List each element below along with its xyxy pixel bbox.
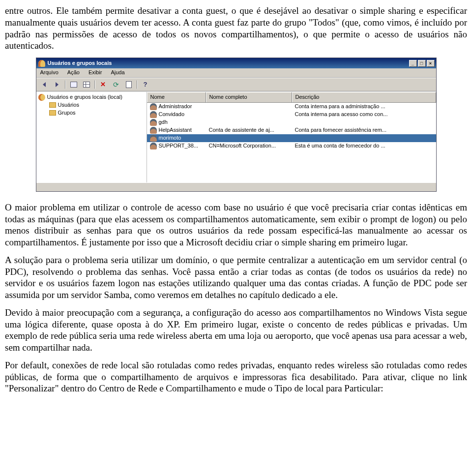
menu-ajuda[interactable]: Ajuda xyxy=(111,69,124,76)
folder-icon xyxy=(49,102,56,108)
separator-icon xyxy=(65,80,66,89)
folder-icon xyxy=(49,110,56,116)
user-name: Administrador xyxy=(159,103,192,110)
doc-icon xyxy=(126,81,132,88)
user-name: morimoto xyxy=(159,135,181,142)
column-descricao[interactable]: Descrição xyxy=(292,92,436,102)
paragraph-3: A solução para o problema seria utilizar… xyxy=(5,254,467,301)
cell-nome-completo xyxy=(206,111,292,119)
cell-nome: HelpAssistant xyxy=(147,126,206,134)
user-name: HelpAssistant xyxy=(159,127,192,134)
minimize-button[interactable]: _ xyxy=(409,60,417,67)
cell-nome-completo: CN=Microsoft Corporation... xyxy=(206,142,292,150)
user-icon xyxy=(150,111,157,118)
arrow-right-icon xyxy=(56,82,59,87)
forward-button[interactable] xyxy=(52,80,62,89)
separator-icon xyxy=(137,80,138,89)
cell-descricao xyxy=(292,119,436,126)
cell-nome-completo: Conta de assistente de aj... xyxy=(206,126,292,134)
cell-nome: SUPPORT_38... xyxy=(147,142,206,150)
user-icon xyxy=(150,127,157,134)
paragraph-5: Por default, conexões de rede local são … xyxy=(5,359,467,394)
paragraph-4: Devido à maior preocupação com a seguran… xyxy=(5,307,467,354)
delete-button[interactable]: ✕ xyxy=(98,80,108,89)
menu-bar: Arquivo Ação Exibir Ajuda xyxy=(36,68,436,78)
table-row[interactable]: ConvidadoConta interna para acesso como … xyxy=(147,111,436,119)
properties-button[interactable] xyxy=(124,80,134,89)
cell-nome: Administrador xyxy=(147,103,206,111)
cell-nome-completo xyxy=(206,134,292,142)
tree-item-label: Usuários xyxy=(58,102,79,109)
cell-nome-completo xyxy=(206,103,292,111)
menu-exibir[interactable]: Exibir xyxy=(88,69,102,76)
users-group-icon xyxy=(38,60,45,67)
help-icon: ? xyxy=(144,81,148,89)
user-icon xyxy=(150,135,157,142)
cell-descricao: Esta é uma conta de fornecedor do ... xyxy=(292,142,436,150)
toolbar: ✕ ⟳ ? xyxy=(36,78,436,91)
table-row[interactable]: SUPPORT_38...CN=Microsoft Corporation...… xyxy=(147,142,436,150)
tree-item-usuarios[interactable]: Usuários xyxy=(49,102,145,109)
user-icon xyxy=(150,143,157,149)
tree-pane: Usuários e grupos locais (local) Usuário… xyxy=(36,92,147,182)
cell-descricao: Conta interna para acesso como con... xyxy=(292,111,436,119)
table-row[interactable]: gdh xyxy=(147,119,436,126)
user-icon xyxy=(150,103,157,110)
delete-x-icon: ✕ xyxy=(100,81,106,88)
refresh-icon: ⟳ xyxy=(113,81,119,88)
user-name: Convidado xyxy=(159,111,185,118)
grid-icon xyxy=(83,82,90,88)
window-titlebar: Usuários e grupos locais _ □ × xyxy=(36,58,436,68)
view-grid-button[interactable] xyxy=(82,80,91,89)
cell-nome: gdh xyxy=(147,119,206,126)
menu-arquivo[interactable]: Arquivo xyxy=(40,69,59,76)
screenshot-figure: Usuários e grupos locais _ □ × Arquivo A… xyxy=(5,58,467,192)
help-button[interactable]: ? xyxy=(141,80,150,89)
tree-root-label: Usuários e grupos locais (local) xyxy=(47,94,122,101)
cell-nome-completo xyxy=(206,119,292,126)
column-nome-completo[interactable]: Nome completo xyxy=(206,92,292,102)
menu-acao[interactable]: Ação xyxy=(67,69,80,76)
separator-icon xyxy=(94,80,95,89)
list-pane: Nome Nome completo Descrição Administrad… xyxy=(147,92,436,182)
column-nome[interactable]: Nome xyxy=(147,92,206,102)
users-groups-window: Usuários e grupos locais _ □ × Arquivo A… xyxy=(36,58,437,192)
cell-descricao xyxy=(292,134,436,142)
back-button[interactable] xyxy=(39,80,49,89)
window-title: Usuários e grupos locais xyxy=(48,60,409,67)
refresh-button[interactable]: ⟳ xyxy=(111,80,121,89)
users-group-icon xyxy=(38,94,45,101)
show-window-button[interactable] xyxy=(69,80,79,89)
tree-root-item[interactable]: Usuários e grupos locais (local) xyxy=(38,94,145,101)
user-icon xyxy=(150,119,157,126)
cell-descricao: Conta para fornecer assistência rem... xyxy=(292,126,436,134)
table-row[interactable]: AdministradorConta interna para a admini… xyxy=(147,103,436,111)
table-row[interactable]: HelpAssistantConta de assistente de aj..… xyxy=(147,126,436,134)
arrow-left-icon xyxy=(43,82,46,87)
cell-nome: Convidado xyxy=(147,111,206,119)
cell-descricao: Conta interna para a administração ... xyxy=(292,103,436,111)
paragraph-1: entre outros. Ele também permite desativ… xyxy=(5,5,467,52)
status-bar xyxy=(36,182,436,191)
table-row[interactable]: morimoto xyxy=(147,134,436,142)
paragraph-2: O maior problema em utilizar o controle … xyxy=(5,202,467,248)
maximize-button[interactable]: □ xyxy=(418,60,426,67)
user-name: gdh xyxy=(159,119,168,126)
user-name: SUPPORT_38... xyxy=(159,143,199,149)
list-header: Nome Nome completo Descrição xyxy=(147,92,436,103)
tree-item-label: Grupos xyxy=(58,110,76,117)
tree-item-grupos[interactable]: Grupos xyxy=(49,110,145,117)
window-icon xyxy=(70,82,77,88)
close-button[interactable]: × xyxy=(427,60,435,67)
cell-nome: morimoto xyxy=(147,134,206,142)
